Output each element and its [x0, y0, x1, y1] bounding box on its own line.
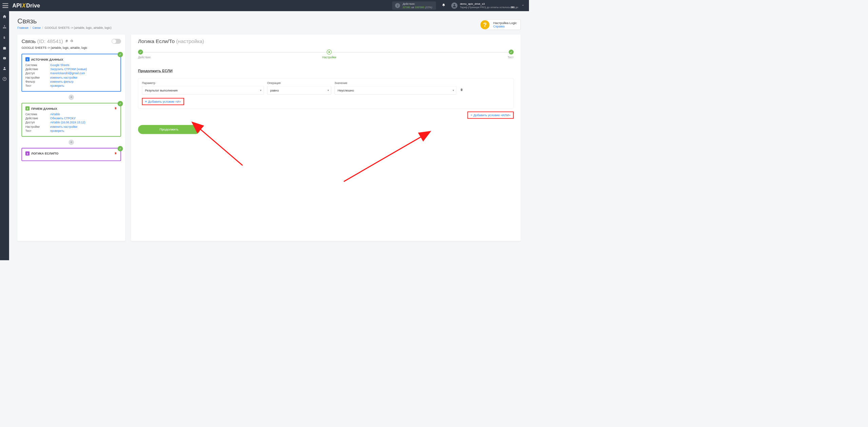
chevron-down-icon[interactable]	[521, 4, 525, 7]
nav-home-icon[interactable]	[2, 15, 6, 20]
logo-text: API	[13, 2, 22, 9]
info-icon: i	[395, 3, 400, 8]
svg-text:?: ?	[4, 78, 5, 80]
help-box: ? Настройка Logic Справка	[485, 19, 521, 30]
card-link[interactable]: изменить фильтр	[50, 80, 74, 83]
step-done-icon[interactable]: ✓	[509, 49, 514, 55]
step-label: Действие	[138, 56, 151, 59]
user-block[interactable]: demo_apix_drive_s3 Тариф |Премиум PRO| д…	[451, 2, 518, 9]
check-icon: ✓	[118, 52, 123, 57]
trash-icon[interactable]	[114, 151, 117, 156]
value-select[interactable]: Неуспешно▾	[335, 86, 457, 95]
card-number: 3	[25, 151, 29, 156]
chevron-down-icon: ▾	[260, 89, 261, 92]
top-header: APIXDrive i Действия: 22'081 из 100'000 …	[0, 0, 529, 11]
trash-icon[interactable]	[114, 106, 117, 110]
add-step-button[interactable]: +	[68, 95, 74, 100]
add-or-condition-button[interactable]: +Добавить условие «ИЛИ»	[467, 111, 514, 119]
card-destination: ✓ 2ПРИЕМ ДАННЫХ СистемаAirtable Действие…	[21, 103, 121, 137]
step-label: Настройки	[322, 56, 336, 59]
actions-max: 100'000	[415, 5, 424, 8]
actions-current: 22'081	[402, 5, 411, 8]
svg-rect-4	[5, 28, 6, 28]
svg-rect-3	[4, 28, 5, 28]
card-source: ✓ 1ИСТОЧНИК ДАННЫХ СистемаGoogle Sheets …	[21, 54, 121, 92]
svg-line-11	[344, 136, 422, 182]
card-number: 1	[25, 57, 29, 61]
help-link[interactable]: Справка	[493, 25, 517, 28]
help-question-icon[interactable]: ?	[480, 20, 490, 29]
actions-counter[interactable]: i Действия: 22'081 из 100'000 (22%)	[392, 1, 436, 10]
card-link[interactable]: проверить	[50, 84, 64, 87]
check-icon: ✓	[118, 101, 123, 106]
card-title-text: ЛОГИКА ЕСЛИ/ТО	[31, 152, 58, 155]
copy-icon[interactable]	[65, 39, 68, 43]
card-link[interactable]: maverickandrii@gmail.com	[50, 72, 85, 75]
nav-briefcase-icon[interactable]	[2, 46, 6, 51]
svg-line-10	[199, 128, 242, 165]
breadcrumb-home[interactable]: Главная	[17, 26, 28, 29]
help-title: Настройка Logic	[493, 21, 517, 25]
left-panel: Связь (ID: 48541) GOOGLE SHEETS -> (airt…	[17, 35, 125, 241]
connection-subtitle: GOOGLE SHEETS -> (airtable, logic, airta…	[21, 46, 121, 50]
card-link[interactable]: Airtable (16.08.2024 15:12)	[50, 121, 85, 124]
user-name: demo_apix_drive_s3	[460, 2, 518, 6]
check-icon: ✓	[118, 146, 123, 151]
card-number: 2	[25, 106, 29, 110]
nav-connections-icon[interactable]	[2, 25, 6, 30]
condition-block: Параметр Результат выполнения▾ Операция …	[138, 78, 514, 109]
card-title-text: ИСТОЧНИК ДАННЫХ	[31, 58, 63, 61]
chevron-down-icon: ▾	[453, 89, 454, 92]
logo-text2: Drive	[26, 2, 40, 9]
card-link[interactable]: изменить настройки	[50, 76, 77, 79]
plus-icon: +	[470, 114, 472, 117]
add-and-condition-button[interactable]: +Добавить условие «И»	[142, 98, 184, 105]
field-label: Операция	[267, 81, 331, 85]
logo-x: X	[22, 2, 26, 9]
nav-video-icon[interactable]	[2, 57, 6, 61]
logo[interactable]: APIXDrive	[13, 2, 40, 9]
operation-select[interactable]: равно▾	[267, 86, 331, 95]
breadcrumb-links[interactable]: Связи	[33, 26, 41, 29]
breadcrumb: Главная/Связи/GOOGLE SHEETS -> (airtable…	[17, 26, 112, 29]
svg-text:$: $	[3, 36, 5, 39]
svg-rect-1	[4, 25, 5, 26]
actions-pct: (22%)	[425, 5, 432, 8]
step-label: Тест	[508, 56, 514, 59]
card-link[interactable]: Airtable	[50, 113, 60, 116]
add-step-button[interactable]: +	[68, 140, 74, 145]
connection-toggle[interactable]	[112, 39, 121, 44]
user-tariff: Тариф |Премиум PRO| до оплаты осталось 2…	[460, 6, 518, 9]
annotation-arrow	[195, 124, 249, 170]
actions-label: Действия:	[402, 2, 432, 6]
connection-title: Связь (ID: 48541)	[21, 38, 63, 44]
card-link[interactable]: Загрузить СТРОКИ (новые)	[50, 67, 87, 71]
card-link[interactable]: Обновить СТРОКУ	[50, 117, 76, 120]
card-link[interactable]: изменить настройки	[50, 125, 77, 128]
hamburger-menu-icon[interactable]	[2, 3, 8, 8]
nav-help-icon[interactable]: ?	[2, 77, 6, 82]
nav-money-icon[interactable]: $	[3, 36, 6, 41]
bell-icon[interactable]	[442, 3, 446, 8]
trash-icon[interactable]	[460, 88, 463, 95]
page-title: Связь	[17, 17, 112, 25]
continue-button[interactable]: Продолжить	[138, 125, 200, 134]
step-done-icon[interactable]: ✓	[138, 49, 143, 55]
right-panel: Логика Если/То (настройка) ✓Действие Нас…	[131, 35, 520, 241]
nav-user-icon[interactable]	[2, 66, 6, 72]
side-nav: $ ?	[0, 11, 9, 260]
card-link[interactable]: Google Sheets	[50, 63, 69, 67]
card-logic: ✓ 3ЛОГИКА ЕСЛИ/ТО	[21, 148, 121, 161]
param-select[interactable]: Результат выполнения▾	[142, 86, 264, 95]
step-current-icon[interactable]	[327, 49, 332, 55]
breadcrumb-current: GOOGLE SHEETS -> (airtable, logic, airta…	[45, 26, 112, 29]
field-label: Значение	[335, 81, 457, 85]
plus-icon: +	[145, 100, 147, 103]
card-link[interactable]: проверить	[50, 129, 64, 133]
step-progress: ✓Действие Настройки ✓Тест	[138, 49, 514, 59]
gear-icon[interactable]	[70, 39, 74, 43]
chevron-down-icon: ▾	[328, 89, 329, 92]
avatar-icon	[451, 2, 457, 8]
section-heading: Продолжить ЕСЛИ	[138, 69, 514, 74]
svg-point-0	[454, 4, 455, 5]
